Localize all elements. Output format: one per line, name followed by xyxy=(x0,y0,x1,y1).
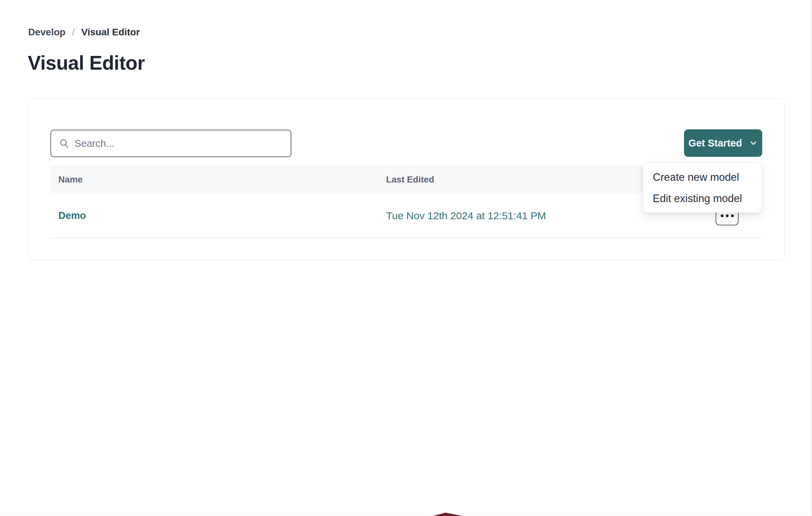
search-input[interactable] xyxy=(74,138,284,149)
column-header-name: Name xyxy=(50,174,386,185)
search-box xyxy=(50,130,291,157)
search-icon xyxy=(59,139,69,148)
ellipsis-icon xyxy=(721,214,734,217)
get-started-button[interactable]: Get Started xyxy=(684,129,762,157)
model-name-cell: Demo xyxy=(50,210,386,221)
models-card: Get Started Name Last Edited Demo Tue No… xyxy=(28,98,785,260)
breadcrumb-visual-editor: Visual Editor xyxy=(81,27,140,38)
model-name-link[interactable]: Demo xyxy=(58,210,86,221)
menu-item-create-new-model[interactable]: Create new model xyxy=(643,167,762,188)
page-title: Visual Editor xyxy=(28,51,145,74)
logo-peek-shape xyxy=(433,513,463,516)
get-started-dropdown: Create new model Edit existing model xyxy=(643,162,762,213)
breadcrumb-separator: / xyxy=(72,27,75,38)
breadcrumb: Develop / Visual Editor xyxy=(28,27,140,38)
breadcrumb-develop[interactable]: Develop xyxy=(28,27,66,38)
last-edited-link[interactable]: Tue Nov 12th 2024 at 12:51:41 PM xyxy=(386,210,546,221)
menu-item-edit-existing-model[interactable]: Edit existing model xyxy=(643,188,762,209)
chevron-down-icon xyxy=(749,139,758,148)
get-started-label: Get Started xyxy=(688,138,742,149)
